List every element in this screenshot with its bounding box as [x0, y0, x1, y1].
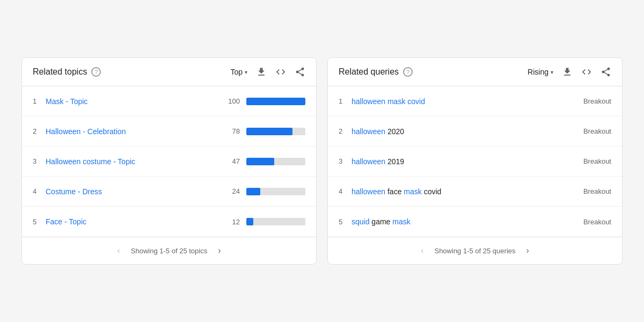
topics-header: Related topics ? Top ▾: [22, 58, 316, 86]
row-label[interactable]: Mask - Topic: [46, 97, 225, 106]
breakout-label: Breakout: [575, 218, 611, 226]
bar-fill: [246, 128, 292, 135]
queries-share-btn[interactable]: [601, 67, 611, 77]
row-label[interactable]: squid game mask: [352, 217, 575, 226]
topics-dropdown-arrow: ▾: [245, 69, 247, 75]
highlight-word: halloween: [352, 187, 385, 196]
bar-container: [246, 218, 305, 225]
row-value: 78: [225, 127, 240, 135]
queries-embed-btn[interactable]: [581, 67, 592, 77]
queries-title: Related queries: [339, 67, 399, 77]
queries-header-right: Rising ▾: [528, 67, 611, 77]
highlight-word: mask: [404, 187, 421, 196]
queries-dropdown-btn[interactable]: Rising ▾: [528, 68, 553, 76]
highlight-word: squid: [352, 217, 369, 226]
queries-next-btn[interactable]: ›: [524, 244, 531, 258]
row-number: 2: [339, 127, 352, 135]
row-label[interactable]: halloween 2019: [352, 157, 575, 166]
bar-fill: [246, 98, 305, 105]
highlight-word: halloween: [352, 127, 385, 136]
plain-word: face: [387, 187, 404, 196]
row-number: 1: [339, 97, 352, 105]
row-number: 4: [33, 187, 46, 195]
topics-header-left: Related topics ?: [33, 67, 101, 77]
row-number: 4: [339, 187, 352, 195]
queries-download-btn[interactable]: [562, 67, 573, 77]
main-container: Related topics ? Top ▾: [11, 47, 633, 275]
topics-body: 1 Mask - Topic 100 2 Halloween - Celebra…: [22, 86, 316, 237]
bar-fill: [246, 218, 253, 225]
highlight-word: covid: [407, 97, 425, 106]
breakout-label: Breakout: [575, 157, 611, 165]
row-label[interactable]: Costume - Dress: [46, 187, 225, 196]
table-row: 3 halloween 2019 Breakout: [328, 147, 622, 177]
queries-body: 1 halloween mask covid Breakout 2 hallow…: [328, 86, 622, 237]
table-row: 1 halloween mask covid Breakout: [328, 86, 622, 116]
queries-header-left: Related queries ?: [339, 67, 413, 77]
row-label[interactable]: Halloween - Celebration: [46, 127, 225, 136]
bar-fill: [246, 158, 274, 165]
highlight-word: halloween: [352, 97, 385, 106]
plain-word: covid: [424, 187, 442, 196]
row-value: 24: [225, 187, 240, 195]
row-value: 100: [225, 97, 240, 105]
bar-container: [246, 188, 305, 195]
row-number: 3: [33, 157, 46, 165]
topics-prev-btn[interactable]: ‹: [115, 244, 122, 258]
topics-footer: ‹ Showing 1-5 of 25 topics ›: [22, 237, 316, 264]
topics-dropdown-btn[interactable]: Top ▾: [230, 68, 247, 76]
queries-footer: ‹ Showing 1-5 of 25 queries ›: [328, 237, 622, 264]
row-number: 5: [339, 218, 352, 226]
breakout-label: Breakout: [575, 187, 611, 195]
row-number: 2: [33, 127, 46, 135]
row-label[interactable]: halloween face mask covid: [352, 187, 575, 196]
topics-share-btn[interactable]: [295, 67, 305, 77]
row-label[interactable]: halloween mask covid: [352, 97, 575, 106]
queries-prev-btn[interactable]: ‹: [419, 244, 426, 258]
bar-container: [246, 158, 305, 165]
highlight-word: mask: [387, 97, 405, 106]
bar-container: [246, 98, 305, 105]
row-value: 47: [225, 157, 240, 165]
row-label[interactable]: Halloween costume - Topic: [46, 157, 225, 166]
highlight-word: halloween: [352, 157, 385, 166]
row-number: 1: [33, 97, 46, 105]
row-number: 3: [339, 157, 352, 165]
breakout-label: Breakout: [575, 97, 611, 105]
table-row: 2 halloween 2020 Breakout: [328, 116, 622, 147]
queries-header: Related queries ? Rising ▾: [328, 58, 622, 86]
table-row: 2 Halloween - Celebration 78 ⋮: [22, 116, 316, 147]
related-queries-card: Related queries ? Rising ▾: [327, 57, 623, 265]
related-topics-card: Related topics ? Top ▾: [21, 57, 317, 265]
topics-title: Related topics: [33, 67, 87, 77]
bar-fill: [246, 188, 260, 195]
topics-next-btn[interactable]: ›: [216, 244, 223, 258]
row-label[interactable]: halloween 2020: [352, 127, 575, 136]
topics-footer-text: Showing 1-5 of 25 topics: [131, 247, 207, 255]
queries-dropdown-label: Rising: [528, 68, 548, 76]
queries-footer-text: Showing 1-5 of 25 queries: [434, 247, 515, 255]
row-value: 12: [225, 218, 240, 226]
table-row: 3 Halloween costume - Topic 47: [22, 147, 316, 177]
bar-container: [246, 128, 305, 135]
row-number: 5: [33, 218, 46, 226]
topics-help-icon[interactable]: ?: [91, 67, 101, 77]
plain-word: game: [371, 217, 392, 226]
topics-header-right: Top ▾: [230, 67, 305, 77]
table-row: 5 Face - Topic 12: [22, 207, 316, 237]
topics-download-btn[interactable]: [256, 67, 267, 77]
queries-help-icon[interactable]: ?: [403, 67, 413, 77]
plain-word: 2020: [387, 127, 404, 136]
breakout-label: Breakout: [575, 127, 611, 135]
table-row: 4 Costume - Dress 24: [22, 177, 316, 207]
plain-word: 2019: [387, 157, 404, 166]
table-row: 5 squid game mask Breakout: [328, 207, 622, 237]
row-label[interactable]: Face - Topic: [46, 217, 225, 226]
table-row: 4 halloween face mask covid Breakout: [328, 177, 622, 207]
topics-embed-btn[interactable]: [275, 67, 286, 77]
topics-dropdown-label: Top: [230, 68, 243, 76]
queries-dropdown-arrow: ▾: [551, 69, 553, 75]
table-row: 1 Mask - Topic 100: [22, 86, 316, 116]
highlight-word: mask: [392, 217, 410, 226]
